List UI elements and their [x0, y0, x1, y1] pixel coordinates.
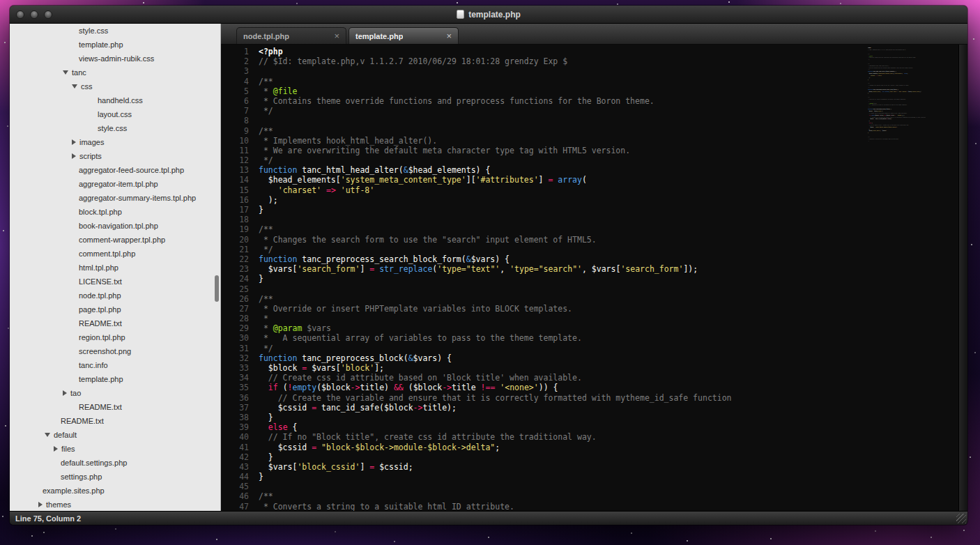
line-number: 39	[225, 422, 249, 432]
tree-folder-scripts[interactable]: scripts	[10, 149, 220, 163]
tree-file-html.tpl.php[interactable]: html.tpl.php	[10, 261, 220, 275]
sidebar-scrollbar-thumb[interactable]	[215, 275, 219, 302]
line-number: 37	[225, 403, 249, 413]
tree-item-label: style.css	[98, 121, 127, 135]
code-line: 41 $cssid = "block-$block->module-$block…	[225, 443, 868, 452]
code-line: 30 * A sequential array of variables to …	[225, 333, 868, 343]
tree-file-block.tpl.php[interactable]: block.tpl.php	[10, 205, 220, 219]
line-number: 19	[225, 224, 249, 234]
line-number: 27	[225, 304, 249, 314]
tree-file-default.settings.php[interactable]: default.settings.php	[10, 456, 220, 470]
tree-file-style.css[interactable]: style.css	[10, 24, 220, 38]
line-number: 16	[225, 195, 249, 205]
chevron-down-icon[interactable]	[45, 433, 50, 437]
tree-file-tanc.info[interactable]: tanc.info	[10, 358, 220, 372]
tree-item-label: README.txt	[79, 316, 122, 330]
code-line: 44}	[225, 472, 868, 482]
tree-file-aggregator-summary-items.tpl.php[interactable]: aggregator-summary-items.tpl.php	[10, 191, 220, 205]
desktop-background: template.php style.csstemplate.phpviews-…	[0, 0, 980, 545]
tree-file-book-navigation.tpl.php[interactable]: book-navigation.tpl.php	[10, 219, 220, 233]
chevron-down-icon[interactable]	[72, 84, 77, 89]
code-line: 36 // Create the variable and ensure tha…	[225, 393, 868, 403]
tree-item-label: tao	[70, 386, 81, 400]
chevron-down-icon[interactable]	[63, 70, 68, 75]
tree-item-label: css	[81, 79, 93, 93]
tree-folder-themes[interactable]: themes	[10, 498, 220, 511]
tab-template.php[interactable]: template.php×	[349, 27, 459, 44]
tree-file-style.css[interactable]: style.css	[10, 121, 220, 135]
chevron-right-icon[interactable]	[38, 502, 43, 507]
chevron-right-icon[interactable]	[63, 390, 67, 396]
line-number: 38	[225, 413, 249, 422]
tree-file-settings.php[interactable]: settings.php	[10, 470, 220, 484]
code-line: 7 */	[225, 106, 868, 116]
tree-file-LICENSE.txt[interactable]: LICENSE.txt	[10, 275, 220, 289]
tree-item-label: files	[61, 442, 75, 456]
code-line: 17}	[225, 205, 868, 215]
tree-file-aggregator-feed-source.tpl.php[interactable]: aggregator-feed-source.tpl.php	[10, 163, 220, 177]
tree-file-page.tpl.php[interactable]: page.tpl.php	[10, 302, 220, 316]
code-line: 4/**	[225, 77, 868, 86]
tree-folder-tanc[interactable]: tanc	[10, 66, 220, 79]
chevron-right-icon[interactable]	[54, 446, 58, 452]
tree-folder-tao[interactable]: tao	[10, 386, 220, 400]
tab-close-icon[interactable]: ×	[446, 31, 452, 40]
chevron-right-icon[interactable]	[72, 139, 76, 145]
tree-item-label: region.tpl.php	[79, 330, 125, 344]
code-line: 23 $vars['search_form'] = str_replace('t…	[225, 264, 868, 274]
tree-file-README.txt[interactable]: README.txt	[10, 316, 220, 330]
tree-item-label: aggregator-summary-items.tpl.php	[79, 191, 196, 205]
line-number: 28	[225, 314, 249, 323]
tree-item-label: example.sites.php	[43, 484, 105, 498]
tree-file-comment.tpl.php[interactable]: comment.tpl.php	[10, 247, 220, 261]
tree-file-README.txt[interactable]: README.txt	[10, 400, 220, 414]
window-controls	[16, 10, 52, 19]
line-number: 34	[225, 373, 249, 383]
tree-file-handheld.css[interactable]: handheld.css	[10, 93, 220, 107]
tree-file-template.php[interactable]: template.php	[10, 372, 220, 386]
line-number: 45	[225, 482, 249, 491]
tree-item-label: comment-wrapper.tpl.php	[79, 233, 165, 247]
tree-file-example.sites.php[interactable]: example.sites.php	[10, 484, 220, 498]
tree-file-template.php[interactable]: template.php	[10, 38, 220, 52]
tree-item-label: aggregator-item.tpl.php	[79, 177, 158, 191]
tree-file-README.txt[interactable]: README.txt	[10, 414, 220, 428]
tab-node.tpl.php[interactable]: node.tpl.php×	[236, 27, 346, 44]
tab-bar: node.tpl.php×template.php×	[221, 24, 967, 45]
tree-file-aggregator-item.tpl.php[interactable]: aggregator-item.tpl.php	[10, 177, 220, 191]
tree-item-label: README.txt	[79, 400, 122, 414]
minimize-window-button[interactable]	[30, 10, 38, 19]
zoom-window-button[interactable]	[44, 10, 52, 19]
code-line: 38 }	[225, 413, 868, 422]
tree-item-label: template.php	[79, 372, 123, 386]
cursor-position: Line 75, Column 2	[15, 514, 81, 523]
tree-folder-default[interactable]: default	[10, 428, 220, 442]
tree-item-label: views-admin-rubik.css	[79, 52, 154, 66]
tree-file-layout.css[interactable]: layout.css	[10, 107, 220, 121]
tree-file-region.tpl.php[interactable]: region.tpl.php	[10, 330, 220, 344]
line-number: 30	[225, 333, 249, 343]
close-window-button[interactable]	[16, 10, 24, 19]
line-number: 46	[225, 491, 249, 501]
chevron-right-icon[interactable]	[72, 153, 76, 159]
code-line: 16 );	[225, 195, 868, 205]
editor-scrollbar[interactable]	[958, 45, 967, 511]
tree-file-node.tpl.php[interactable]: node.tpl.php	[10, 289, 220, 302]
code-line: 1<?php	[225, 47, 868, 56]
tree-folder-files[interactable]: files	[10, 442, 220, 456]
line-number: 15	[225, 185, 249, 195]
editor-window: template.php style.csstemplate.phpviews-…	[10, 6, 967, 525]
tree-item-label: style.css	[79, 24, 108, 38]
code-line: 11 * We are overwriting the default meta…	[225, 146, 868, 155]
code-editor[interactable]: 1<?php2// $Id: template.php,v 1.1.2.7 20…	[221, 45, 868, 511]
title-bar[interactable]: template.php	[10, 6, 967, 24]
tree-file-comment-wrapper.tpl.php[interactable]: comment-wrapper.tpl.php	[10, 233, 220, 247]
tree-file-screenshot.png[interactable]: screenshot.png	[10, 344, 220, 358]
code-line: 34 // Create css id attribute based on '…	[225, 373, 868, 383]
resize-grip[interactable]	[956, 514, 966, 523]
minimap[interactable]: <?php// $Id: template.php,v 1.1.2.7 2010…	[868, 45, 958, 511]
tab-close-icon[interactable]: ×	[334, 31, 339, 40]
tree-folder-images[interactable]: images	[10, 135, 220, 149]
tree-folder-css[interactable]: css	[10, 79, 220, 93]
tree-file-views-admin-rubik.css[interactable]: views-admin-rubik.css	[10, 52, 220, 66]
